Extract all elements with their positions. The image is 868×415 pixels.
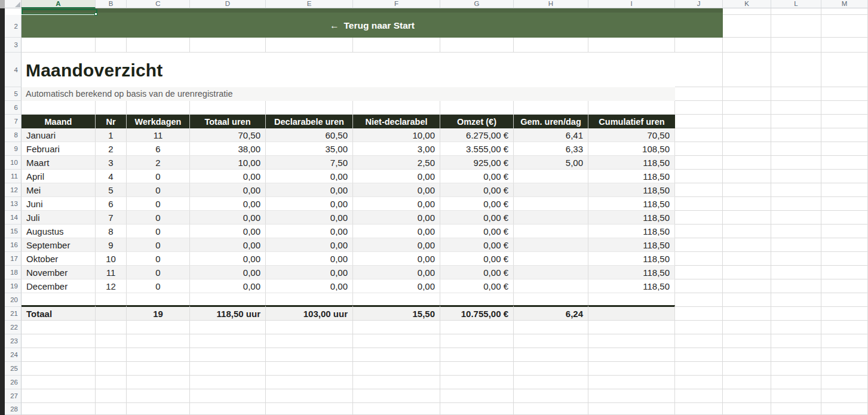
cell-G23[interactable] (440, 334, 514, 348)
cell-G11[interactable]: 0,00 € (440, 170, 514, 183)
cell-M5[interactable] (821, 87, 868, 101)
cell-J19[interactable] (675, 279, 723, 293)
cell-L2[interactable] (771, 15, 821, 38)
cell-B13[interactable]: 6 (96, 197, 127, 211)
cell-A17[interactable]: Oktober (22, 252, 96, 266)
cell-C17[interactable]: 0 (127, 252, 190, 266)
cell-F13[interactable]: 0,00 (353, 197, 440, 211)
cell-G3[interactable] (440, 38, 514, 53)
cell-H15[interactable] (514, 225, 588, 238)
row-header-12[interactable]: 12 (5, 183, 22, 197)
cell-A23[interactable] (22, 334, 96, 348)
cell-J27[interactable] (675, 389, 723, 403)
column-header-I[interactable]: I (588, 0, 675, 8)
cell-B3[interactable] (96, 38, 127, 53)
cell-C27[interactable] (127, 389, 190, 403)
cell-F11[interactable]: 0,00 (353, 170, 440, 183)
cell-E14[interactable]: 0,00 (266, 211, 353, 225)
cell-F8[interactable]: 10,00 (353, 128, 440, 142)
row-header-14[interactable]: 14 (5, 211, 22, 225)
table-header-nr[interactable]: Nr (96, 115, 127, 128)
cell-A18[interactable]: November (22, 266, 96, 279)
cell-H6[interactable] (514, 101, 588, 115)
cell-L5[interactable] (771, 87, 821, 101)
cell-E15[interactable]: 0,00 (266, 225, 353, 238)
cell-A27[interactable] (22, 389, 96, 403)
cell-F24[interactable] (353, 348, 440, 362)
cell-M19[interactable] (821, 279, 868, 293)
cell-G22[interactable] (440, 321, 514, 334)
cell-I28[interactable] (588, 403, 675, 415)
cell-D12[interactable]: 0,00 (190, 183, 266, 197)
cell-A6[interactable] (22, 101, 96, 115)
cell-L23[interactable] (771, 334, 821, 348)
cell-K18[interactable] (723, 266, 771, 279)
cell-L4[interactable] (771, 53, 821, 87)
cell-I16[interactable]: 118,50 (588, 238, 675, 252)
cell-E26[interactable] (266, 376, 353, 389)
cell-L16[interactable] (771, 238, 821, 252)
cell-K9[interactable] (723, 142, 771, 156)
cell-C8[interactable]: 11 (127, 128, 190, 142)
row-header-25[interactable]: 25 (5, 362, 22, 376)
cell-J22[interactable] (675, 321, 723, 334)
cell-J4[interactable] (675, 53, 723, 87)
cell-K20[interactable] (723, 293, 771, 307)
cell-J17[interactable] (675, 252, 723, 266)
cell-F17[interactable]: 0,00 (353, 252, 440, 266)
cell-K10[interactable] (723, 156, 771, 170)
cell-G24[interactable] (440, 348, 514, 362)
cell-G28[interactable] (440, 403, 514, 415)
cell-L26[interactable] (771, 376, 821, 389)
cell-E18[interactable]: 0,00 (266, 266, 353, 279)
cell-M9[interactable] (821, 142, 868, 156)
cell-I24[interactable] (588, 348, 675, 362)
cell-M24[interactable] (821, 348, 868, 362)
cell-K21[interactable] (723, 307, 771, 321)
cell-D9[interactable]: 38,00 (190, 142, 266, 156)
cell-H25[interactable] (514, 362, 588, 376)
cell-E17[interactable]: 0,00 (266, 252, 353, 266)
cell-G16[interactable]: 0,00 € (440, 238, 514, 252)
row-header-7[interactable]: 7 (5, 115, 22, 128)
cell-D26[interactable] (190, 376, 266, 389)
row-header-8[interactable]: 8 (5, 128, 22, 142)
cell-J5[interactable] (675, 87, 723, 101)
cell-D24[interactable] (190, 348, 266, 362)
cell-B18[interactable]: 11 (96, 266, 127, 279)
cell-M21[interactable] (821, 307, 868, 321)
cell-D13[interactable]: 0,00 (190, 197, 266, 211)
cell-G17[interactable]: 0,00 € (440, 252, 514, 266)
row-header-11[interactable]: 11 (5, 170, 22, 183)
cell-C19[interactable]: 0 (127, 279, 190, 293)
row-header-2[interactable]: 2 (5, 15, 22, 38)
row-header-23[interactable]: 23 (5, 334, 22, 348)
cell-M13[interactable] (821, 197, 868, 211)
cell-D17[interactable]: 0,00 (190, 252, 266, 266)
cell-F16[interactable]: 0,00 (353, 238, 440, 252)
cell-L28[interactable] (771, 403, 821, 415)
cell-E10[interactable]: 7,50 (266, 156, 353, 170)
row-header-27[interactable]: 27 (5, 389, 22, 403)
cell-J9[interactable] (675, 142, 723, 156)
column-header-B[interactable]: B (96, 0, 127, 8)
cell-D11[interactable]: 0,00 (190, 170, 266, 183)
cell-D3[interactable] (190, 38, 266, 53)
cell-C26[interactable] (127, 376, 190, 389)
cell-H22[interactable] (514, 321, 588, 334)
cell-I18[interactable]: 118,50 (588, 266, 675, 279)
table-header-omzet[interactable]: Omzet (€) (440, 115, 514, 128)
total-cell-nr[interactable] (96, 305, 127, 321)
cell-J7[interactable] (675, 115, 723, 128)
row-header-19[interactable]: 19 (5, 279, 22, 293)
cell-F22[interactable] (353, 321, 440, 334)
cell-M6[interactable] (821, 101, 868, 115)
cell-K6[interactable] (723, 101, 771, 115)
cell-J14[interactable] (675, 211, 723, 225)
cell-E11[interactable]: 0,00 (266, 170, 353, 183)
row-header-22[interactable]: 22 (5, 321, 22, 334)
cell-M17[interactable] (821, 252, 868, 266)
column-header-J[interactable]: J (675, 0, 723, 8)
cell-B15[interactable]: 8 (96, 225, 127, 238)
cell-F10[interactable]: 2,50 (353, 156, 440, 170)
